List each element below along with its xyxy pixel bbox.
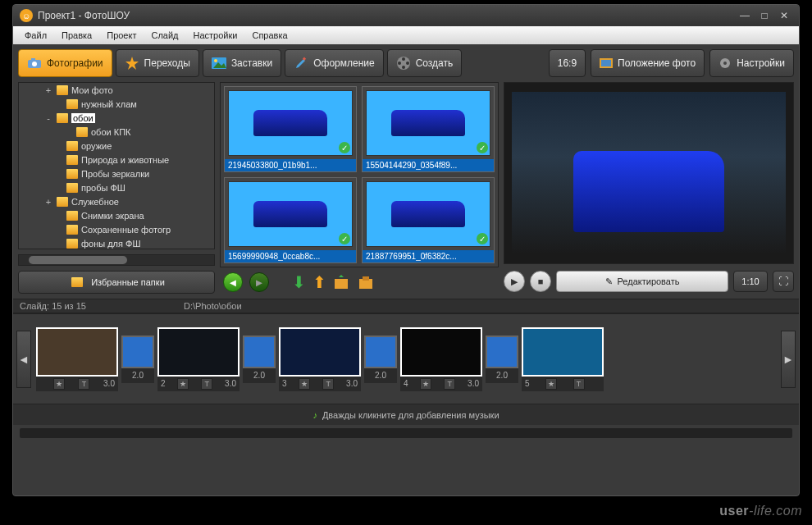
edit-button[interactable]: ✎ Редактировать xyxy=(556,271,728,292)
brush-icon xyxy=(294,56,308,71)
menu-settings[interactable]: Настройки xyxy=(187,29,244,42)
tree-item[interactable]: Снимки экрана xyxy=(19,208,214,222)
tree-item[interactable]: Пробы зеркалки xyxy=(19,167,214,180)
tree-item[interactable]: +Мои фото xyxy=(19,83,214,97)
timeline-next-button[interactable]: ► xyxy=(781,331,796,388)
tree-item[interactable]: оружие xyxy=(19,139,214,153)
menu-slide[interactable]: Слайд xyxy=(144,29,185,42)
transition-item[interactable]: 2.0 xyxy=(486,336,518,383)
tree-item[interactable]: Природа и животные xyxy=(19,153,214,167)
tree-item[interactable]: нужный хлам xyxy=(19,97,214,111)
timeline: ◄ ★T3.02.02★T3.02.03★T3.02.04★T3.02.05★T… xyxy=(13,313,799,404)
upload-icon[interactable]: ⬆ xyxy=(312,272,326,292)
nav-forward-button[interactable]: ► xyxy=(249,272,269,292)
playback-toolbar: ▶ ■ ✎ Редактировать 1:10 ⛶ xyxy=(504,269,794,294)
nav-toolbar: ◄ ► ⬇ ⬆ xyxy=(220,271,499,294)
transition-item[interactable]: 2.0 xyxy=(121,336,154,383)
menubar: Файл Правка Проект Слайд Настройки Справ… xyxy=(13,26,799,44)
progress-bar[interactable] xyxy=(20,428,792,438)
slide-item[interactable]: 3★T3.0 xyxy=(279,327,361,391)
gear-icon xyxy=(718,57,732,70)
maximize-button[interactable]: □ xyxy=(756,10,773,21)
app-logo-icon: ☺ xyxy=(20,9,33,22)
svg-rect-2 xyxy=(31,58,35,61)
app-window: ☺ Проект1 - ФотоШОУ — □ ✕ Файл Правка Пр… xyxy=(12,4,800,496)
tree-item[interactable]: +Служебное xyxy=(19,194,214,208)
slide-item[interactable]: ★T3.0 xyxy=(36,327,118,391)
time-display: 1:10 xyxy=(733,271,768,292)
svg-point-9 xyxy=(402,57,405,61)
reel-icon xyxy=(396,56,411,71)
svg-point-11 xyxy=(402,66,405,69)
timeline-prev-button[interactable]: ◄ xyxy=(16,331,31,388)
camera-icon xyxy=(27,56,42,71)
nav-back-button[interactable]: ◄ xyxy=(223,272,243,292)
star-icon xyxy=(125,56,139,71)
tab-label: Фотографии xyxy=(47,57,103,69)
window-title: Проект1 - ФотоШОУ xyxy=(38,10,130,21)
thumbnail[interactable]: ✓21945033800_01b9b1... xyxy=(224,86,357,172)
timeline-strip[interactable]: ★T3.02.02★T3.02.03★T3.02.04★T3.02.05★T xyxy=(31,327,781,391)
audio-track[interactable]: ♪ Дважды кликните для добавления музыки xyxy=(13,404,799,425)
pencil-icon: ✎ xyxy=(605,276,613,287)
preview-image xyxy=(512,92,786,254)
position-icon xyxy=(600,58,613,68)
tab-create[interactable]: Создать xyxy=(387,49,463,77)
svg-rect-14 xyxy=(601,60,611,66)
svg-point-16 xyxy=(723,62,727,65)
slide-item[interactable]: 2★T3.0 xyxy=(157,327,239,391)
transition-item[interactable]: 2.0 xyxy=(364,336,397,383)
download-icon[interactable]: ⬇ xyxy=(292,272,306,292)
menu-help[interactable]: Справка xyxy=(245,29,294,42)
tree-item[interactable]: фоны для ФШ xyxy=(19,236,214,249)
menu-file[interactable]: Файл xyxy=(18,29,53,42)
slide-item[interactable]: 5★T xyxy=(522,327,604,391)
svg-point-5 xyxy=(214,59,217,62)
tab-label: Создать xyxy=(416,57,454,69)
menu-project[interactable]: Проект xyxy=(100,29,143,42)
transition-item[interactable]: 2.0 xyxy=(243,336,276,383)
tab-photos[interactable]: Фотографии xyxy=(18,49,112,77)
tab-label: Переходы xyxy=(144,57,190,69)
svg-rect-20 xyxy=(363,276,369,281)
svg-point-12 xyxy=(398,62,401,65)
settings-button[interactable]: Настройки xyxy=(709,49,794,77)
minimize-button[interactable]: — xyxy=(737,10,753,21)
current-path: D:\Photo\обои xyxy=(184,301,242,311)
aspect-ratio-button[interactable]: 16:9 xyxy=(549,49,586,77)
svg-marker-18 xyxy=(339,275,344,277)
thumbnail[interactable]: ✓15504144290_0354f89... xyxy=(362,86,495,172)
tree-item[interactable]: обои КПК xyxy=(19,125,214,139)
add-folder-button[interactable] xyxy=(333,275,351,290)
folder-tree[interactable]: +Мои фотонужный хлам-обоиобои КПКоружиеП… xyxy=(18,82,215,249)
play-button[interactable]: ▶ xyxy=(504,271,525,292)
timeline-info: Слайд: 15 из 15 D:\Photo\обои xyxy=(13,299,799,313)
svg-point-10 xyxy=(406,62,409,65)
tree-item[interactable]: Сохраненные фотогр xyxy=(19,222,214,236)
folder-icon xyxy=(71,277,83,287)
tree-scrollbar[interactable] xyxy=(18,254,215,266)
thumbnail-grid: ✓21945033800_01b9b1...✓15504144290_0354f… xyxy=(220,82,499,267)
thumbnail[interactable]: ✓15699990948_0ccab8c... xyxy=(224,177,357,263)
photo-position-button[interactable]: Положение фото xyxy=(591,49,705,77)
tab-transitions[interactable]: Переходы xyxy=(116,49,199,77)
stop-button[interactable]: ■ xyxy=(530,271,551,292)
svg-marker-3 xyxy=(125,57,139,70)
fullscreen-button[interactable]: ⛶ xyxy=(773,271,794,292)
close-button[interactable]: ✕ xyxy=(776,10,792,21)
open-folder-button[interactable] xyxy=(358,275,376,290)
titlebar: ☺ Проект1 - ФотоШОУ — □ ✕ xyxy=(13,5,799,26)
slide-item[interactable]: 4★T3.0 xyxy=(400,327,482,391)
tab-design[interactable]: Оформление xyxy=(285,49,383,77)
slide-counter: Слайд: 15 из 15 xyxy=(20,301,184,311)
preview-panel xyxy=(504,82,794,264)
tab-intros[interactable]: Заставки xyxy=(203,49,281,77)
tab-label: Оформление xyxy=(313,57,374,69)
favorite-folders-button[interactable]: Избранные папки xyxy=(18,271,215,294)
menu-edit[interactable]: Правка xyxy=(55,29,98,42)
thumbnail[interactable]: ✓21887769951_0f6382c... xyxy=(362,177,495,263)
tree-item[interactable]: пробы ФШ xyxy=(19,180,214,194)
tree-item[interactable]: -обои xyxy=(19,111,214,125)
main-tabs: Фотографии Переходы Заставки Оформление … xyxy=(13,44,799,77)
svg-point-1 xyxy=(32,62,37,66)
